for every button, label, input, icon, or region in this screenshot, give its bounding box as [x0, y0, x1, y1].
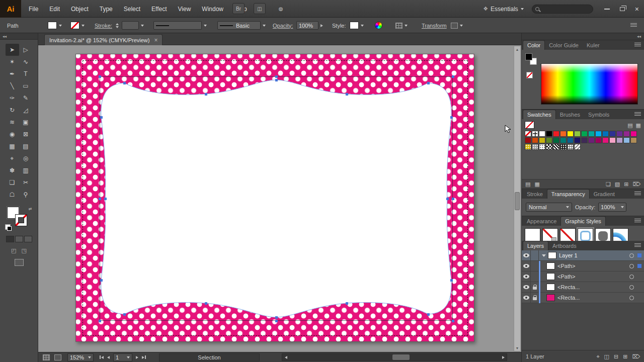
swap-fill-stroke-icon[interactable]: ⇄	[29, 207, 32, 211]
anchor-handle[interactable]	[427, 313, 430, 316]
anchor-handle[interactable]	[452, 198, 454, 200]
layer-name[interactable]: <Recta...	[557, 295, 580, 301]
opacity-dropdown[interactable]: 100%	[296, 18, 323, 33]
swatch[interactable]	[560, 137, 567, 143]
magic-wand-tool[interactable]: ✶	[6, 56, 19, 68]
swatch[interactable]	[581, 137, 588, 143]
stroke-weight-value[interactable]	[122, 21, 139, 30]
vertical-scroll-thumb[interactable]	[515, 192, 520, 210]
swatch[interactable]	[602, 131, 609, 137]
list-view-icon[interactable]: ▤	[627, 122, 632, 128]
proof-colors-icon[interactable]: ◳	[22, 247, 27, 254]
anchor-handle[interactable]	[100, 279, 103, 282]
tab-transparency[interactable]: Transparency	[547, 189, 590, 199]
anchor-handle[interactable]	[446, 198, 449, 200]
new-swatch-icon[interactable]: ⊞	[624, 181, 628, 187]
layer-name[interactable]: Layer 1	[559, 252, 578, 258]
align-dropdown[interactable]	[395, 18, 408, 33]
tab-swatches[interactable]: Swatches	[523, 110, 556, 119]
document-close-icon[interactable]: ×	[154, 38, 157, 43]
anchor-handle[interactable]	[452, 320, 454, 322]
anchor-handle[interactable]	[450, 116, 453, 119]
panel-menu-icon[interactable]	[634, 243, 641, 248]
swatch[interactable]	[539, 144, 545, 150]
artboard-options-icon[interactable]	[43, 354, 50, 360]
anchor-handle[interactable]	[100, 116, 103, 119]
width-tool[interactable]: ≋	[6, 116, 19, 128]
tab-kuler[interactable]: Kuler	[583, 41, 604, 50]
artboard[interactable]	[75, 54, 474, 342]
menu-type[interactable]: Type	[94, 0, 118, 18]
tab-appearance[interactable]: Appearance	[523, 217, 560, 226]
new-sublayer-icon[interactable]: ⊟	[614, 353, 618, 359]
column-graph-tool[interactable]: ▥	[19, 164, 33, 176]
swatch[interactable]	[546, 131, 552, 137]
selection-tool[interactable]: ➤	[6, 44, 19, 56]
new-layer-icon[interactable]: ⊞	[623, 353, 627, 359]
first-artboard-button[interactable]	[100, 355, 104, 359]
hand-tool[interactable]: ☖	[6, 189, 19, 201]
visibility-toggle[interactable]	[522, 272, 531, 282]
swatch[interactable]	[574, 131, 581, 137]
layer-row[interactable]: <Recta...	[522, 282, 644, 293]
cs-live-icon[interactable]: ◍	[275, 3, 287, 14]
tab-graphic-styles[interactable]: Graphic Styles	[560, 216, 606, 226]
width-profile-dropdown[interactable]	[153, 18, 207, 33]
swatch[interactable]	[623, 131, 630, 137]
tools-collapse-button[interactable]: ◂◂	[0, 33, 38, 40]
close-button[interactable]: ×	[635, 6, 639, 13]
visibility-toggle[interactable]	[522, 250, 531, 261]
scroll-up-icon[interactable]: ▲	[514, 46, 520, 52]
horizontal-scrollbar[interactable]	[282, 353, 507, 361]
swatch[interactable]	[560, 131, 567, 137]
delete-layer-icon[interactable]: ⌦	[632, 353, 640, 359]
tab-artboards[interactable]: Artboards	[548, 241, 581, 250]
recolor-artwork-icon[interactable]	[375, 22, 382, 29]
target-circle[interactable]	[629, 296, 634, 300]
menu-window[interactable]: Window	[196, 0, 229, 18]
draw-normal-button[interactable]	[6, 236, 14, 242]
tab-gradient[interactable]: Gradient	[590, 190, 619, 199]
swatch[interactable]	[532, 131, 538, 137]
eyedropper-tool[interactable]: ⌖	[6, 152, 19, 164]
search-input[interactable]	[541, 6, 590, 12]
stepper-arrows[interactable]	[116, 23, 119, 28]
anchor-handle[interactable]	[123, 313, 126, 316]
lock-toggle[interactable]	[531, 282, 539, 293]
opacity-value[interactable]: 100%	[296, 21, 318, 30]
horizontal-scroll-thumb[interactable]	[392, 354, 410, 360]
anchor-handle[interactable]	[275, 79, 278, 81]
line-segment-tool[interactable]: ╲	[6, 80, 19, 92]
vertical-scroll-track[interactable]	[514, 52, 520, 345]
arrange-documents-icon[interactable]: ◫	[254, 3, 266, 14]
locate-object-icon[interactable]: ⌖	[596, 353, 599, 359]
direct-selection-tool[interactable]: ▷	[19, 44, 33, 56]
anchor-handle[interactable]	[346, 93, 348, 96]
swatch[interactable]	[630, 131, 637, 137]
swatch[interactable]	[602, 137, 609, 143]
visibility-toggle[interactable]	[522, 282, 531, 293]
anchor-handle[interactable]	[450, 279, 453, 282]
document-tab[interactable]: Invitation-2.ai* @ 152% (CMYK/Preview) ×	[44, 34, 163, 45]
layer-row[interactable]: <Path>	[522, 272, 644, 282]
swatch[interactable]	[616, 137, 623, 143]
tab-layers[interactable]: Layers	[523, 241, 548, 250]
swatch[interactable]	[532, 137, 538, 143]
make-clip-mask-icon[interactable]: ◫	[604, 353, 609, 359]
layer-name[interactable]: <Path>	[557, 274, 575, 280]
anchor-handle[interactable]	[99, 75, 101, 78]
style-dropdown[interactable]	[350, 18, 364, 33]
fill-proxy[interactable]	[525, 53, 532, 60]
swatch[interactable]	[553, 144, 559, 150]
decorative-frame-shape[interactable]	[100, 77, 452, 320]
swatch[interactable]	[539, 137, 545, 143]
tab-brushes[interactable]: Brushes	[556, 110, 584, 119]
swatch[interactable]	[588, 137, 595, 143]
tab-symbols[interactable]: Symbols	[584, 110, 613, 119]
swatch[interactable]	[567, 131, 574, 137]
draw-behind-button[interactable]	[15, 236, 23, 242]
opacity-link[interactable]: Opacity:	[273, 23, 293, 29]
swatch[interactable]	[525, 137, 531, 143]
menu-effect[interactable]: Effect	[146, 0, 172, 18]
thumbnail-view-icon[interactable]: ▦	[636, 122, 641, 128]
